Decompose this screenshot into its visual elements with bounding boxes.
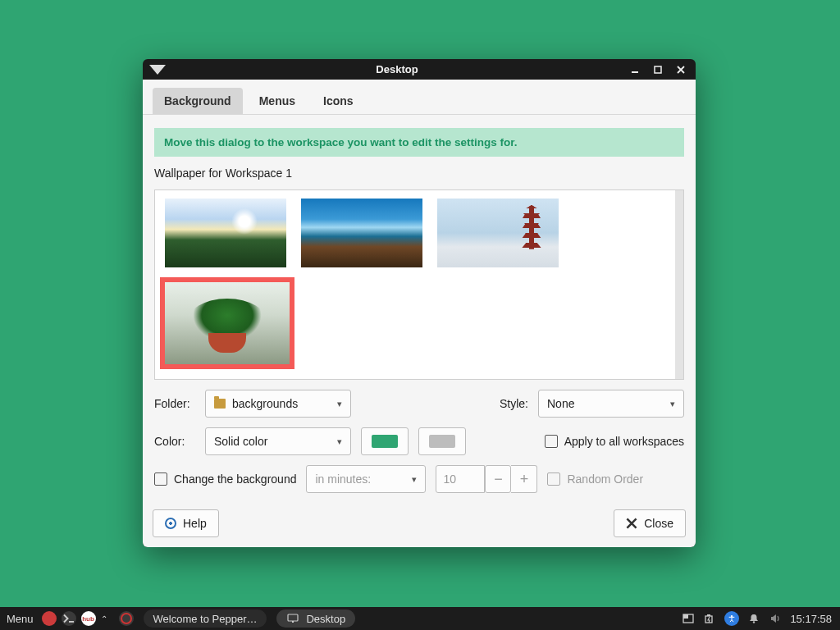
- help-icon: [165, 518, 176, 529]
- svg-rect-1: [655, 66, 661, 73]
- color-label: Color:: [154, 435, 195, 448]
- chevron-down-icon: ▾: [412, 474, 417, 485]
- minimize-button[interactable]: [628, 63, 641, 76]
- color-chip-primary: [372, 435, 398, 448]
- svg-point-11: [753, 621, 755, 623]
- wallpaper-thumb[interactable]: [301, 199, 422, 267]
- battery-icon[interactable]: [703, 612, 716, 625]
- folder-style-row: Folder: backgrounds ▾ Style: None ▾: [154, 390, 684, 418]
- dialog-footer: Help Close: [143, 500, 696, 547]
- folder-icon: [214, 399, 226, 409]
- clock[interactable]: 15:17:58: [790, 613, 832, 625]
- folder-value: backgrounds: [232, 397, 298, 410]
- change-bg-row: Change the background in minutes: ▾ 10 −…: [154, 465, 684, 493]
- svg-point-3: [121, 614, 131, 623]
- titlebar[interactable]: Desktop: [143, 59, 696, 80]
- change-interval-spinner: 10 − +: [436, 465, 537, 493]
- maximize-button[interactable]: [651, 63, 664, 76]
- secondary-color-button[interactable]: [418, 427, 466, 455]
- wallpaper-thumb-selected[interactable]: [165, 282, 290, 364]
- window-controls: [628, 63, 687, 76]
- notifications-icon[interactable]: [747, 612, 760, 625]
- taskbar-entry-welcome[interactable]: Welcome to Pepper…: [144, 609, 267, 628]
- launcher-expand-icon[interactable]: ⌃: [101, 614, 107, 623]
- style-value: None: [547, 397, 574, 410]
- chevron-down-icon: ▾: [670, 399, 675, 409]
- svg-rect-0: [632, 71, 638, 73]
- wallpaper-thumb[interactable]: [437, 199, 559, 267]
- workspace-switcher-icon[interactable]: [682, 612, 695, 625]
- svg-rect-4: [288, 614, 298, 621]
- taskbar-entry-desktop[interactable]: Desktop: [276, 609, 355, 628]
- tabbar: Background Menus Icons: [143, 80, 696, 115]
- svg-rect-7: [683, 614, 688, 619]
- wallpaper-gallery: [154, 189, 684, 380]
- change-bg-checkbox[interactable]: [154, 472, 167, 486]
- apply-all-checkbox[interactable]: [545, 435, 558, 448]
- chevron-down-icon: ▾: [337, 436, 342, 447]
- chevron-down-icon: ▾: [337, 399, 342, 409]
- folder-combo[interactable]: backgrounds ▾: [205, 390, 351, 418]
- change-bg-label: Change the background: [174, 472, 296, 486]
- tab-content-background: Move this dialog to the workspace you wa…: [143, 115, 696, 500]
- close-window-button[interactable]: [674, 63, 687, 76]
- menu-button[interactable]: Menu: [7, 613, 34, 625]
- close-button[interactable]: Close: [614, 509, 686, 537]
- change-period-value: in minutes:: [315, 472, 371, 486]
- style-combo[interactable]: None ▾: [538, 390, 684, 418]
- svg-rect-2: [69, 621, 74, 623]
- color-chip-secondary: [429, 435, 455, 448]
- help-button[interactable]: Help: [153, 509, 219, 537]
- wallpaper-section-label: Wallpaper for Workspace 1: [154, 167, 684, 180]
- interval-input[interactable]: 10: [436, 465, 485, 493]
- tab-menus[interactable]: Menus: [248, 88, 307, 114]
- volume-icon[interactable]: [769, 612, 782, 625]
- color-mode-combo[interactable]: Solid color ▾: [205, 427, 351, 455]
- taskbar: Menu hub ⌃ Welcome to Pepper… Desktop: [0, 607, 840, 630]
- desktop-settings-window: Desktop Background Menus Icons Move this…: [143, 59, 696, 547]
- wallpaper-thumb[interactable]: [165, 199, 286, 267]
- app-menu-icon[interactable]: [149, 62, 166, 78]
- accessibility-icon[interactable]: [724, 611, 739, 626]
- interval-increment[interactable]: +: [511, 465, 537, 493]
- task-icon[interactable]: [119, 611, 134, 626]
- apply-all-label: Apply to all workspaces: [564, 435, 684, 448]
- launcher-icon[interactable]: [42, 611, 57, 626]
- window-body: Background Menus Icons Move this dialog …: [143, 80, 696, 547]
- interval-decrement[interactable]: −: [485, 465, 511, 493]
- folder-label: Folder:: [154, 397, 195, 410]
- terminal-launcher-icon[interactable]: [62, 611, 76, 626]
- color-mode-value: Solid color: [214, 435, 267, 448]
- style-label: Style:: [500, 397, 528, 410]
- window-title: Desktop: [166, 63, 628, 75]
- desktop-task-icon: [286, 612, 299, 625]
- gallery-scrollbar[interactable]: [675, 190, 683, 379]
- tab-background[interactable]: Background: [153, 88, 243, 114]
- svg-rect-5: [292, 621, 294, 623]
- tab-icons[interactable]: Icons: [312, 88, 365, 114]
- change-period-combo[interactable]: in minutes: ▾: [306, 465, 426, 493]
- close-icon: [626, 518, 637, 529]
- random-order-checkbox[interactable]: [547, 472, 560, 486]
- svg-rect-9: [707, 614, 710, 616]
- workspace-hint-banner: Move this dialog to the workspace you wa…: [154, 128, 684, 157]
- random-order-label: Random Order: [567, 472, 643, 486]
- primary-color-button[interactable]: [361, 427, 409, 455]
- hub-launcher-icon[interactable]: hub: [81, 611, 96, 626]
- color-row: Color: Solid color ▾ Apply to all worksp…: [154, 427, 684, 455]
